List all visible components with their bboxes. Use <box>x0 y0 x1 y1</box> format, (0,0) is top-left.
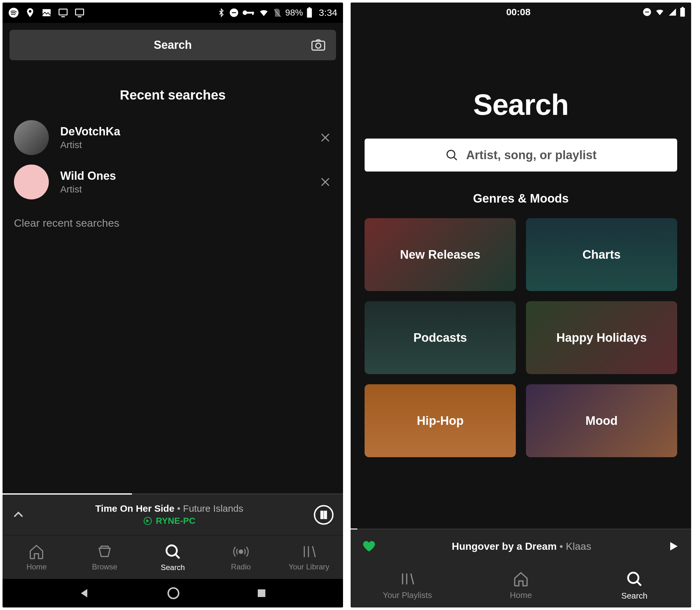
search-placeholder: Artist, song, or playlist <box>466 148 597 162</box>
vpn-key-icon <box>242 8 255 17</box>
nav-home[interactable]: Home <box>2 535 71 579</box>
cast-icon <box>74 7 85 18</box>
search-input[interactable]: Artist, song, or playlist <box>364 139 677 172</box>
battery-percent-label: 98% <box>285 7 303 18</box>
genre-tile-charts[interactable]: Charts <box>526 218 677 291</box>
play-icon[interactable] <box>667 540 680 552</box>
now-playing-song: Time On Her Side <box>95 503 175 514</box>
recent-search-item[interactable]: DeVotchKa Artist <box>2 115 343 160</box>
no-sim-icon <box>273 7 282 18</box>
svg-point-18 <box>239 550 243 553</box>
separator: • <box>177 503 180 514</box>
artist-avatar <box>14 120 49 155</box>
svg-rect-2 <box>59 9 67 15</box>
genre-tile-podcasts[interactable]: Podcasts <box>364 301 516 374</box>
remove-recent-icon[interactable] <box>319 176 331 188</box>
now-playing-bar[interactable]: Time On Her Side • Future Islands RYNE-P… <box>2 495 343 535</box>
device-name-label: RYNE-PC <box>156 516 196 526</box>
svg-rect-9 <box>307 8 312 17</box>
nav-label: Your Library <box>289 562 329 571</box>
heart-icon[interactable] <box>362 539 376 553</box>
now-playing-song: Hungover by a Dream <box>452 541 557 552</box>
browse-icon <box>96 543 113 560</box>
genres-heading: Genres & Moods <box>351 192 691 206</box>
svg-rect-20 <box>258 589 265 597</box>
pause-icon[interactable] <box>313 504 334 525</box>
tile-label: Podcasts <box>413 331 467 344</box>
tile-label: Mood <box>586 414 618 428</box>
nav-search[interactable]: Search <box>139 535 207 579</box>
battery-icon <box>680 7 685 17</box>
right-phone-screenshot: 00:08 Search Artist, song, or playlist G… <box>351 2 691 608</box>
svg-rect-16 <box>325 511 327 518</box>
separator: • <box>559 541 563 552</box>
android-status-bar: 00:08 <box>351 2 691 21</box>
nav-your-playlists[interactable]: Your Playlists <box>351 563 464 608</box>
dnd-icon <box>642 7 652 17</box>
remove-recent-icon[interactable] <box>319 131 331 144</box>
genre-tiles-grid: New Releases Charts Podcasts Happy Holid… <box>351 206 691 457</box>
genre-tile-mood[interactable]: Mood <box>526 384 677 457</box>
bottom-navigation: Home Browse Search Radio Your Library <box>2 535 343 579</box>
svg-point-17 <box>166 545 177 556</box>
recent-searches-heading: Recent searches <box>2 87 343 103</box>
home-icon <box>512 571 529 587</box>
svg-rect-22 <box>645 12 649 13</box>
genre-tile-hip-hop[interactable]: Hip-Hop <box>364 384 516 457</box>
spotify-app-icon <box>8 7 19 18</box>
bluetooth-icon <box>217 7 226 18</box>
nav-label: Home <box>510 590 532 600</box>
bottom-navigation: Your Playlists Home Search <box>351 563 691 608</box>
nav-browse[interactable]: Browse <box>71 535 139 579</box>
now-playing-bar[interactable]: Hungover by a Dream • Klaas <box>351 529 691 563</box>
genre-tile-happy-holidays[interactable]: Happy Holidays <box>526 301 677 374</box>
nav-library[interactable]: Your Library <box>275 535 343 579</box>
nav-label: Radio <box>231 562 251 571</box>
nav-home[interactable]: Home <box>464 563 577 608</box>
svg-point-12 <box>316 43 321 48</box>
recent-item-subtitle: Artist <box>60 140 319 150</box>
tile-label: Happy Holidays <box>556 331 647 344</box>
svg-rect-3 <box>76 9 84 15</box>
recent-search-item[interactable]: Wild Ones Artist <box>2 160 343 204</box>
genre-tile-new-releases[interactable]: New Releases <box>364 218 516 291</box>
svg-rect-23 <box>680 8 685 17</box>
search-hero: Search <box>351 21 691 122</box>
android-recents-icon[interactable] <box>256 588 267 599</box>
left-phone-screenshot: 98% 3:34 Search Recent searches DeVotchK… <box>2 2 343 608</box>
now-playing-artist: Future Islands <box>183 503 243 514</box>
svg-point-6 <box>243 11 247 15</box>
clear-recent-searches-button[interactable]: Clear recent searches <box>2 204 343 242</box>
clock-label: 00:08 <box>394 7 642 17</box>
nav-label: Your Playlists <box>382 590 432 600</box>
device-speaker-icon <box>143 516 152 525</box>
monitor-icon <box>58 7 68 18</box>
recent-item-subtitle: Artist <box>60 184 319 195</box>
chevron-up-icon[interactable] <box>12 508 26 522</box>
search-icon <box>164 543 182 561</box>
recent-item-title: DeVotchKa <box>60 125 319 138</box>
nav-label: Home <box>26 562 47 571</box>
android-home-icon[interactable] <box>166 586 180 600</box>
clock-label: 3:34 <box>319 7 337 18</box>
svg-point-14 <box>314 506 333 524</box>
camera-icon[interactable] <box>311 39 326 51</box>
dnd-icon <box>229 7 239 18</box>
svg-rect-15 <box>321 511 323 518</box>
search-bar[interactable]: Search <box>10 30 336 60</box>
svg-rect-8 <box>252 12 253 15</box>
svg-rect-24 <box>682 7 684 8</box>
svg-point-19 <box>168 588 179 598</box>
tile-label: Hip-Hop <box>417 414 464 428</box>
recent-item-title: Wild Ones <box>60 169 319 182</box>
nav-label: Search <box>161 563 185 572</box>
svg-rect-11 <box>312 41 325 50</box>
nav-radio[interactable]: Radio <box>207 535 275 579</box>
search-icon <box>625 570 643 588</box>
nav-search[interactable]: Search <box>577 563 691 608</box>
recent-searches-list: DeVotchKa Artist Wild Ones Artist <box>2 115 343 204</box>
library-icon <box>301 543 318 560</box>
location-pin-icon <box>25 7 35 18</box>
android-back-icon[interactable] <box>78 587 91 599</box>
image-icon <box>41 7 52 18</box>
